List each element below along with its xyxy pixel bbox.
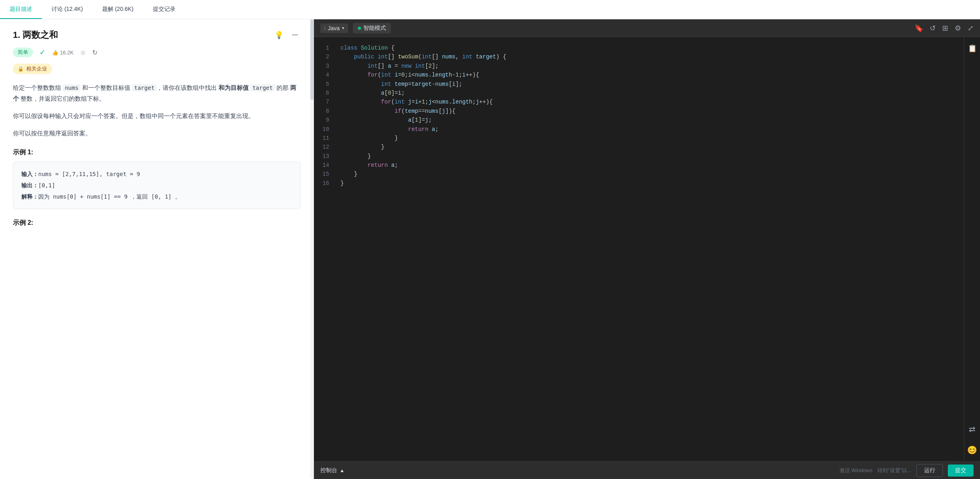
hint-icon[interactable]: 💡	[273, 29, 285, 41]
more-icon[interactable]: ···	[289, 29, 301, 41]
solved-check-icon: ✓	[39, 48, 45, 57]
lock-icon: 🔒	[18, 66, 24, 72]
example-1-box: 输入：nums = [2,7,11,15], target = 9 输出：[0,…	[13, 162, 301, 209]
thumbs-up-icon: 👍	[52, 50, 58, 56]
line-num-6: 6	[319, 89, 329, 97]
chevron-up-icon: ▲	[340, 468, 345, 473]
line-num-16: 16	[319, 179, 329, 188]
undo-icon[interactable]: ↺	[930, 24, 936, 33]
language-selector[interactable]: i Java ▾	[320, 23, 348, 33]
line-num-7: 7	[319, 97, 329, 106]
line-num-12: 12	[319, 143, 329, 151]
code-area: 1 2 3 4 5 6 7 8 9 10 11 12 13 14 15 16 c…	[314, 37, 980, 461]
expand-icon[interactable]: ⤢	[968, 24, 974, 33]
line-num-2: 2	[319, 52, 329, 61]
tab-submissions[interactable]: 提交记录	[143, 0, 185, 19]
problem-scroll-area[interactable]: 1. 两数之和 💡 ··· 简单 ✓ 👍 16.2K ☆ ↻	[0, 19, 314, 479]
code-editor[interactable]: class Solution { public int[] twoSum(int…	[334, 37, 964, 461]
desc-para-1: 给定一个整数数组 nums 和一个整数目标值 target，请你在该数组中找出 …	[13, 82, 301, 104]
console-label: 控制台	[320, 467, 337, 474]
inline-target: target	[132, 84, 157, 91]
title-actions: 💡 ···	[273, 29, 301, 41]
ai-mode-label: 智能模式	[363, 25, 386, 32]
chevron-down-icon: ▾	[342, 26, 344, 30]
line-num-9: 9	[319, 116, 329, 124]
problem-title-row: 1. 两数之和 💡 ···	[13, 29, 301, 41]
language-label: Java	[328, 25, 340, 31]
copy-icon[interactable]: 📋	[966, 42, 979, 55]
line-num-1: 1	[319, 44, 329, 52]
bottom-actions: 激活 Windows 转到"设置"以... 运行 提交	[840, 464, 974, 477]
ai-dot-icon	[358, 27, 361, 30]
run-button[interactable]: 运行	[916, 464, 943, 477]
like-count[interactable]: 👍 16.2K	[52, 50, 74, 56]
editor-right-sidebar: 📋 ⇄ 😊	[964, 37, 980, 461]
left-panel: 1. 两数之和 💡 ··· 简单 ✓ 👍 16.2K ☆ ↻	[0, 19, 314, 479]
desc-para-2: 你可以假设每种输入只会对应一个答案。但是，数组中同一个元素在答案里不能重复出现。	[13, 110, 301, 121]
inline-target2: target	[250, 84, 275, 91]
line-num-8: 8	[319, 107, 329, 116]
line-num-10: 10	[319, 125, 329, 134]
right-panel: i Java ▾ 智能模式 🔖 ↺ ⊞ ⚙ ⤢ 1 2	[314, 19, 980, 479]
scrollbar-track[interactable]	[310, 19, 314, 479]
console-button[interactable]: 控制台 ▲	[320, 467, 345, 474]
line-num-11: 11	[319, 134, 329, 143]
refresh-icon[interactable]: ↻	[92, 49, 97, 56]
line-num-3: 3	[319, 62, 329, 71]
tab-solution[interactable]: 题解 (20.6K)	[93, 0, 143, 19]
example-1-explain: 解释：因为 nums[0] + nums[1] == 9 ，返回 [0, 1] …	[21, 191, 292, 202]
tags-row: 简单 ✓ 👍 16.2K ☆ ↻	[13, 48, 301, 57]
line-num-13: 13	[319, 152, 329, 161]
example-1-input: 输入：nums = [2,7,11,15], target = 9	[21, 168, 292, 180]
editor-toolbar: i Java ▾ 智能模式 🔖 ↺ ⊞ ⚙ ⤢	[314, 19, 980, 37]
problem-title-text: 1. 两数之和	[13, 29, 58, 41]
line-numbers: 1 2 3 4 5 6 7 8 9 10 11 12 13 14 15 16	[314, 37, 334, 461]
problem-description: 给定一个整数数组 nums 和一个整数目标值 target，请你在该数组中找出 …	[13, 82, 301, 139]
line-num-15: 15	[319, 170, 329, 178]
inline-nums: nums	[63, 84, 80, 91]
tab-discussion[interactable]: 讨论 (12.4K)	[42, 0, 93, 19]
line-num-4: 4	[319, 71, 329, 79]
bookmark-icon[interactable]: 🔖	[914, 24, 923, 33]
submit-button[interactable]: 提交	[948, 464, 974, 477]
editor-toolbar-icons: 🔖 ↺ ⊞ ⚙ ⤢	[914, 24, 974, 33]
difficulty-badge: 简单	[13, 48, 33, 57]
ai-mode-toggle[interactable]: 智能模式	[353, 23, 391, 33]
lang-italic-icon: i	[324, 26, 325, 31]
settings-icon[interactable]: ⚙	[955, 24, 961, 33]
desc-para-3: 你可以按任意顺序返回答案。	[13, 128, 301, 139]
line-num-5: 5	[319, 80, 329, 89]
company-tag-label: 相关企业	[26, 65, 47, 73]
company-tag[interactable]: 🔒 相关企业	[13, 64, 52, 74]
top-navigation: 题目描述 讨论 (12.4K) 题解 (20.6K) 提交记录	[0, 0, 980, 19]
activate-label[interactable]: 激活 Windows	[840, 467, 873, 474]
scrollbar-thumb[interactable]	[310, 19, 314, 100]
main-content: 1. 两数之和 💡 ··· 简单 ✓ 👍 16.2K ☆ ↻	[0, 19, 980, 479]
line-num-14: 14	[319, 161, 329, 170]
example-1-title: 示例 1:	[13, 148, 301, 157]
bottom-bar: 控制台 ▲ 激活 Windows 转到"设置"以... 运行 提交	[314, 461, 980, 479]
activate-sub-label: 转到"设置"以...	[877, 467, 912, 474]
tab-description[interactable]: 题目描述	[0, 0, 42, 19]
swap-icon[interactable]: ⇄	[966, 423, 979, 435]
star-icon[interactable]: ☆	[80, 49, 86, 56]
example-1-output: 输出：[0,1]	[21, 180, 292, 191]
example-2-title: 示例 2:	[13, 219, 301, 227]
layout-icon[interactable]: ⊞	[942, 24, 948, 33]
emoji-icon[interactable]: 😊	[966, 444, 979, 456]
